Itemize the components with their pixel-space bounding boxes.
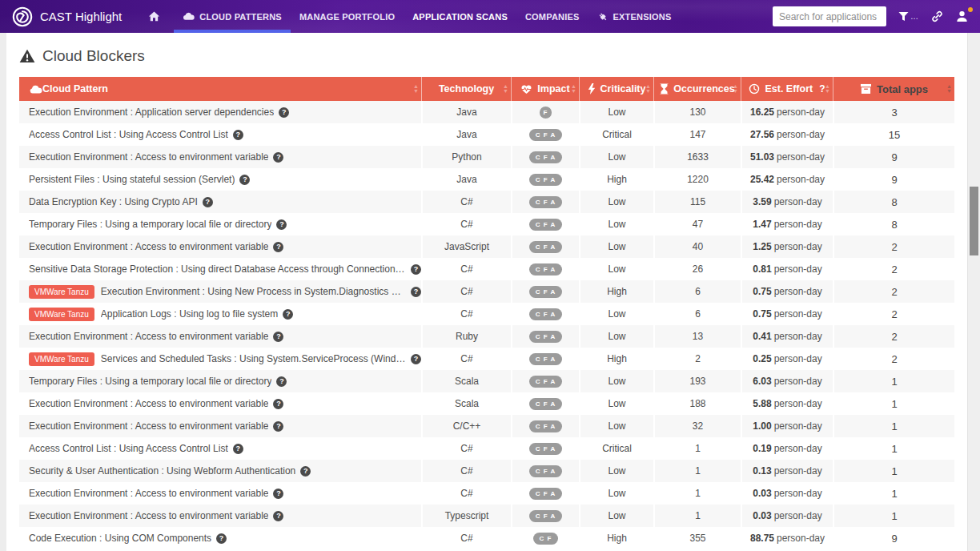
table-row[interactable]: VMWare Tanzu Execution Environment : Usi… xyxy=(19,280,954,303)
technology-cell: C/C++ xyxy=(421,415,511,437)
effort-value: 0.03 xyxy=(753,510,771,521)
pattern-cell: Access Control List : Using Access Contr… xyxy=(19,437,421,460)
effort-unit: person-day xyxy=(774,196,822,207)
nav-companies[interactable]: COMPANIES xyxy=(516,0,588,33)
column-criticality[interactable]: Criticality ▲▼ xyxy=(579,77,653,101)
help-icon[interactable]: ? xyxy=(216,533,227,544)
effort-cell: 1.25 person-day xyxy=(741,235,833,258)
occurrences-cell: 1 xyxy=(653,437,741,460)
table-row[interactable]: Execution Environment : Access to enviro… xyxy=(19,415,954,437)
help-icon[interactable]: ? xyxy=(273,399,283,409)
sort-icon: ▲▼ xyxy=(413,84,419,94)
table-row[interactable]: Code Execution : Using COM Components ? … xyxy=(19,527,954,549)
column-technology[interactable]: Technology ▲▼ xyxy=(421,77,511,101)
pattern-name: Execution Environment : Access to enviro… xyxy=(29,420,268,432)
table-row[interactable]: Execution Environment : Access to enviro… xyxy=(19,392,954,415)
help-icon[interactable]: ? xyxy=(279,107,289,118)
criticality-cell: Low xyxy=(579,392,653,415)
technology-cell: Java xyxy=(421,101,511,123)
help-icon[interactable]: ? xyxy=(283,309,293,320)
effort-unit: person-day xyxy=(774,420,822,432)
help-icon[interactable]: ? xyxy=(273,332,283,342)
nav-manage-portfolio[interactable]: MANAGE PORTFOLIO xyxy=(291,0,404,33)
nav-home[interactable] xyxy=(139,0,174,33)
effort-unit: person-day xyxy=(774,219,822,230)
technology-cell: C# xyxy=(421,280,511,303)
help-icon[interactable]: ? xyxy=(273,421,283,432)
help-icon[interactable]: ? xyxy=(411,354,421,364)
criticality-cell: Low xyxy=(579,191,653,213)
help-icon[interactable]: ? xyxy=(233,130,243,140)
table-row[interactable]: Temporary Files : Using a temporary loca… xyxy=(19,370,954,392)
effort-value: 5.88 xyxy=(753,398,771,409)
help-icon[interactable]: ? xyxy=(300,466,311,477)
sort-icon: ▲▼ xyxy=(571,84,576,94)
impact-cell: C F A xyxy=(511,370,579,392)
impact-cell: C F A xyxy=(511,460,579,482)
impact-cell: C F A xyxy=(511,325,579,348)
pattern-name: Temporary Files : Using a temporary loca… xyxy=(29,219,271,230)
nav-manage-portfolio-label: MANAGE PORTFOLIO xyxy=(299,12,395,22)
sort-icon: ▲▼ xyxy=(733,84,738,94)
effort-unit: person-day xyxy=(774,443,822,454)
column-cloud-pattern[interactable]: Cloud Pattern ▲▼ xyxy=(19,77,421,101)
pattern-cell: Temporary Files : Using a temporary loca… xyxy=(19,213,421,235)
nav-cloud-patterns[interactable]: CLOUD PATTERNS xyxy=(174,0,291,33)
table-row[interactable]: Execution Environment : Access to enviro… xyxy=(19,482,954,505)
total-apps-cell: 2 xyxy=(833,348,954,370)
column-impact[interactable]: Impact ▲▼ xyxy=(511,77,579,101)
plug-icon xyxy=(597,11,608,22)
help-icon[interactable]: ? xyxy=(411,264,421,275)
help-icon[interactable]: ? xyxy=(273,489,283,499)
help-icon[interactable]: ? xyxy=(233,444,243,454)
effort-cell: 51.03 person-day xyxy=(741,146,833,168)
table-row[interactable]: Execution Environment : Access to enviro… xyxy=(19,505,954,527)
effort-unit: person-day xyxy=(777,151,825,163)
effort-unit: person-day xyxy=(777,129,825,140)
impact-icon xyxy=(520,84,532,95)
user-menu-button[interactable] xyxy=(955,10,969,23)
search-input[interactable] xyxy=(773,6,886,26)
table-row[interactable]: VMWare Tanzu Application Logs : Using lo… xyxy=(19,303,954,325)
table-row[interactable]: Sensitive Data Storage Protection : Usin… xyxy=(19,258,954,280)
table-row[interactable]: Data Encryption Key : Using Crypto API ?… xyxy=(19,191,954,213)
table-row[interactable]: Security & User Authentication : Using W… xyxy=(19,460,954,482)
help-icon[interactable]: ? xyxy=(203,197,213,207)
help-icon[interactable]: ? xyxy=(239,175,250,185)
table-row[interactable]: Persistent Files : Using stateful sessio… xyxy=(19,168,954,191)
occurrences-cell: 40 xyxy=(653,235,741,258)
table-row[interactable]: Access Control List : Using Access Contr… xyxy=(19,437,954,460)
table-row[interactable]: Temporary Files : Using a temporary loca… xyxy=(19,213,954,235)
column-est-effort[interactable]: Est. Effort ? ▲▼ xyxy=(741,77,833,101)
nav-application-scans[interactable]: APPLICATION SCANS xyxy=(404,0,516,33)
impact-badge: C F A xyxy=(529,331,563,343)
impact-badge: C F A xyxy=(529,151,563,163)
table-row[interactable]: Execution Environment : Access to enviro… xyxy=(19,146,954,168)
impact-cell: C F A xyxy=(511,191,579,213)
nav-extensions[interactable]: EXTENSIONS xyxy=(588,0,681,33)
share-link-button[interactable] xyxy=(931,10,943,22)
help-icon[interactable]: ? xyxy=(411,287,421,297)
help-icon[interactable]: ? xyxy=(273,152,283,163)
column-total-apps[interactable]: Total apps ▲▼ xyxy=(833,77,954,101)
help-icon[interactable]: ? xyxy=(273,511,283,521)
scrollbar[interactable] xyxy=(967,33,980,551)
table-row[interactable]: VMWare Tanzu Services and Scheduled Task… xyxy=(19,348,954,370)
table-row[interactable]: Execution Environment : Access to enviro… xyxy=(19,325,954,348)
help-icon[interactable]: ? xyxy=(276,219,287,230)
pattern-cell: Execution Environment : Access to enviro… xyxy=(19,415,421,437)
effort-unit: person-day xyxy=(774,488,822,499)
scrollbar-thumb[interactable] xyxy=(970,187,978,255)
brand[interactable]: CAST Highlight xyxy=(11,0,122,33)
effort-value: 6.03 xyxy=(753,376,771,387)
table-row[interactable]: Execution Environment : Access to enviro… xyxy=(19,235,954,258)
pattern-name: Execution Environment : Application serv… xyxy=(29,107,274,118)
table-row[interactable]: Execution Environment : Application serv… xyxy=(19,101,954,123)
column-occurrences[interactable]: Occurrences ▲▼ xyxy=(653,77,741,101)
occurrences-cell: 13 xyxy=(653,325,741,348)
pattern-name: Execution Environment : Access to enviro… xyxy=(29,510,268,521)
help-icon[interactable]: ? xyxy=(273,242,283,252)
table-row[interactable]: Access Control List : Using Access Contr… xyxy=(19,123,954,146)
help-icon[interactable]: ? xyxy=(276,376,287,387)
filter-button[interactable]: … xyxy=(898,11,919,22)
